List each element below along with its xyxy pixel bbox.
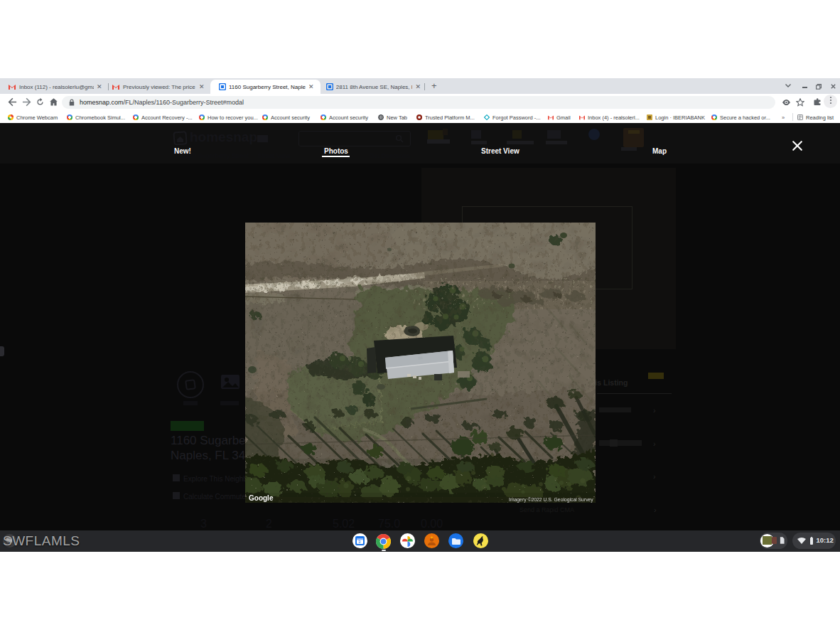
svg-text:Imagery ©2022 U.S. Geological: Imagery ©2022 U.S. Geological Survey bbox=[509, 497, 593, 503]
svg-text:Google: Google bbox=[249, 494, 274, 502]
